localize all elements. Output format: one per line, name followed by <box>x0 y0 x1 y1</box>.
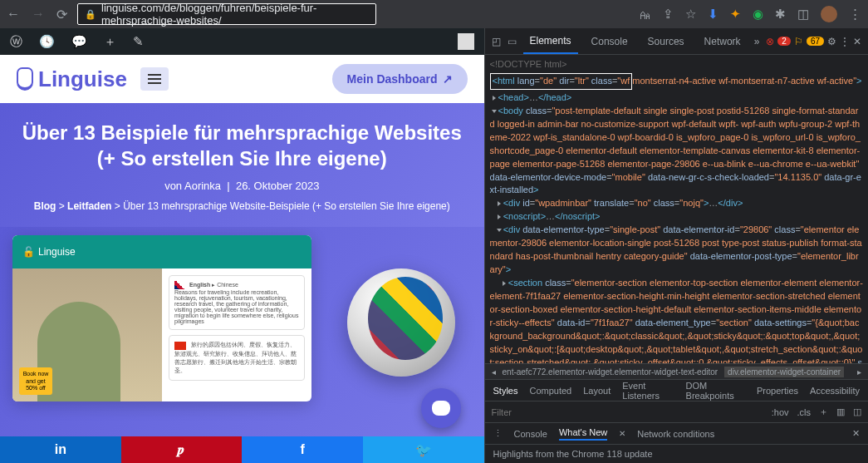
date: 26. Oktober 2023 <box>236 180 319 192</box>
ctab-whatsnew[interactable]: What's New <box>559 427 607 441</box>
more-tabs-icon[interactable]: » <box>754 36 760 47</box>
wp-admin-bar: ⓦ 🕓 💬 ＋ ✎ <box>0 28 484 55</box>
elements-panel[interactable]: <!DOCTYPE html> <html lang="de" dir="ltr… <box>485 55 868 363</box>
card-cn-text: 旅行的原因包括休闲、度假、恢复活力、旅游观光、研究旅行、收集信息、拜访他人、慈善… <box>174 342 297 372</box>
stab-computed[interactable]: Computed <box>529 386 571 396</box>
translate-icon[interactable]: 🗛 <box>639 7 651 22</box>
promo-badge: Book now and get 50% off <box>19 367 52 395</box>
crumb-blog[interactable]: Blog <box>34 200 56 212</box>
error-count[interactable]: 2 <box>777 37 791 46</box>
wp-user-avatar[interactable] <box>458 33 474 50</box>
share-pinterest[interactable]: 𝒑 <box>121 436 243 463</box>
computed-toggle-icon[interactable]: ◫ <box>853 406 861 417</box>
ext1-icon[interactable]: ⬇ <box>708 7 718 22</box>
stab-dom-bp[interactable]: DOM Breakpoints <box>686 381 745 401</box>
profile-avatar[interactable] <box>821 6 837 22</box>
wp-dashboard-icon[interactable]: 🕓 <box>39 34 55 49</box>
tab-network[interactable]: Network <box>698 28 748 54</box>
share-twitter[interactable]: 🐦 <box>363 436 484 463</box>
extensions-icon[interactable]: ✱ <box>775 7 786 22</box>
share-linkedin[interactable]: in <box>0 436 121 463</box>
wp-add-icon[interactable]: ＋ <box>104 34 116 50</box>
chat-widget[interactable] <box>421 388 461 428</box>
tab-console[interactable]: Console <box>585 28 635 54</box>
logo-text: Linguise <box>38 66 127 92</box>
ext3-icon[interactable]: ◉ <box>753 7 763 22</box>
stab-props[interactable]: Properties <box>757 386 798 396</box>
close-whatsnew-icon[interactable]: ✕ <box>619 429 625 438</box>
menu-icon[interactable]: ⋮ <box>849 7 861 22</box>
card-en-text: Reasons for traveling include recreation… <box>174 289 298 324</box>
logo-icon <box>17 67 33 91</box>
add-rule-icon[interactable]: ＋ <box>819 406 828 418</box>
crumb-guide[interactable]: Leitfaden <box>67 200 111 212</box>
dom-crumb-1[interactable]: ent-aefc772.elementor-widget.elementor-w… <box>503 367 718 377</box>
panel-icon[interactable]: ◫ <box>797 7 809 22</box>
nav-forward-icon[interactable]: → <box>32 7 45 22</box>
cls-toggle[interactable]: .cls <box>797 407 812 417</box>
crumb-scroll-right[interactable]: ▸ <box>857 367 861 377</box>
globe-graphic <box>347 268 455 377</box>
dashboard-button[interactable]: Mein Dashboard ↗ <box>332 64 468 94</box>
ctab-console[interactable]: Console <box>514 429 547 439</box>
url-bar[interactable]: 🔒 linguise.com/de/bloggen/fuhren/beispie… <box>77 3 376 25</box>
share-icon[interactable]: ⇪ <box>663 7 674 22</box>
star-icon[interactable]: ☆ <box>685 7 696 22</box>
breadcrumb: Blog > Leitfaden > Über 13 mehrsprachige… <box>21 200 463 212</box>
mockup-logo: Linguise <box>38 246 76 258</box>
ext2-icon[interactable]: ✦ <box>730 7 741 22</box>
hamburger-menu[interactable] <box>140 67 169 91</box>
share-facebook[interactable]: f <box>242 436 363 463</box>
tab-sources[interactable]: Sources <box>641 28 691 54</box>
stab-a11y[interactable]: Accessibility <box>810 386 860 396</box>
close-drawer-icon[interactable]: ✕ <box>852 428 860 439</box>
wp-edit-icon[interactable]: ✎ <box>133 34 144 49</box>
styles-filter-input[interactable] <box>492 407 724 417</box>
page-title: Über 13 Beispiele für mehrsprachige Webs… <box>21 120 463 171</box>
dashboard-label: Mein Dashboard <box>347 72 438 86</box>
wp-logo-icon[interactable]: ⓦ <box>10 34 22 50</box>
dt-menu-icon[interactable]: ⋮ <box>840 36 850 47</box>
external-link-icon: ↗ <box>443 72 453 86</box>
drawer-menu-icon[interactable]: ⋮ <box>493 428 503 439</box>
whatsnew-headline: Highlights from the Chrome 118 update <box>493 449 653 459</box>
stab-styles[interactable]: Styles <box>493 386 518 396</box>
site-logo[interactable]: Linguise <box>17 66 127 92</box>
stab-layout[interactable]: Layout <box>583 386 611 396</box>
wp-comments-icon[interactable]: 💬 <box>71 34 87 49</box>
hero-mockup: 🔓 Linguise Book now and get 50% off Engl… <box>12 235 311 401</box>
lock-icon: 🔒 <box>85 9 96 20</box>
close-devtools-icon[interactable]: ✕ <box>853 36 861 47</box>
ctab-network-cond[interactable]: Network conditions <box>637 429 714 439</box>
panel-layout-icon[interactable]: ▥ <box>836 406 845 417</box>
crumb-scroll-left[interactable]: ◂ <box>492 367 496 377</box>
stab-listeners[interactable]: Event Listeners <box>622 381 674 401</box>
dom-crumb-2[interactable]: div.elementor-widget-container <box>724 367 844 377</box>
author: von Aorinka <box>164 180 221 192</box>
warning-count[interactable]: 67 <box>807 37 824 46</box>
hero-section: Über 13 Beispiele für mehrsprachige Webs… <box>0 103 484 227</box>
nav-back-icon[interactable]: ← <box>7 7 20 22</box>
crumb-current: Über 13 mehrsprachige Website-Beispiele … <box>123 200 450 212</box>
hov-toggle[interactable]: :hov <box>772 407 789 417</box>
url-text: linguise.com/de/bloggen/fuhren/beispiele… <box>101 2 369 27</box>
inspect-icon[interactable]: ◰ <box>492 36 501 47</box>
settings-icon[interactable]: ⚙ <box>827 36 836 47</box>
tab-elements[interactable]: Elements <box>523 28 578 54</box>
nav-reload-icon[interactable]: ⟳ <box>56 7 67 22</box>
device-icon[interactable]: ▭ <box>508 36 517 47</box>
